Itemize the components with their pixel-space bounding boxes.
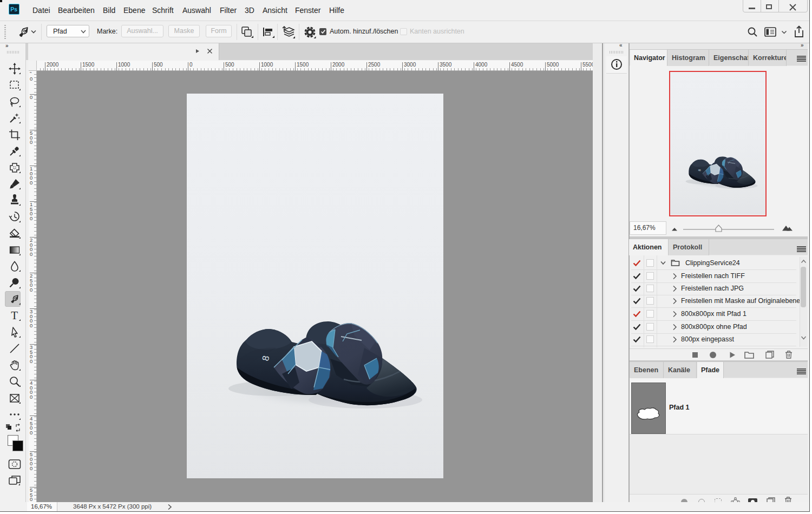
svg-text:T: T <box>11 309 18 321</box>
